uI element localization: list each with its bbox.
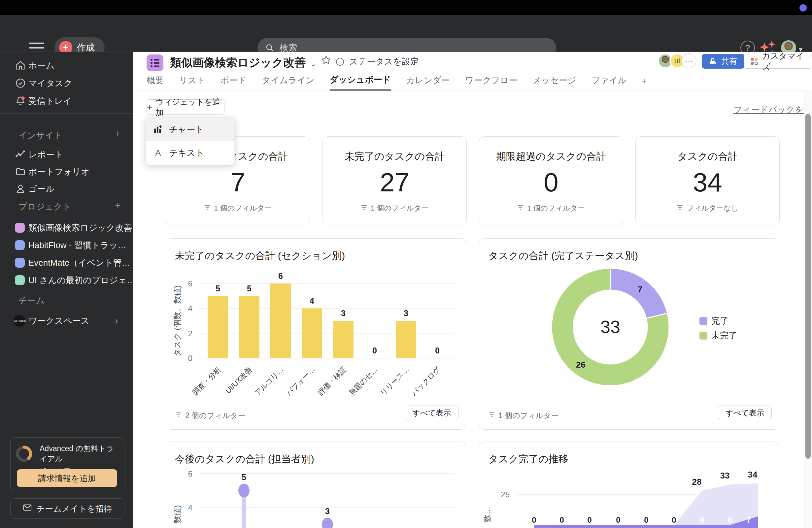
- sidebar-project-item[interactable]: 類似画像検索ロジック改善: [0, 219, 133, 237]
- add-widget-button[interactable]: + ウィジェットを追加: [147, 99, 224, 115]
- sidebar-item-my-tasks[interactable]: マイタスク: [0, 74, 133, 92]
- area-chart: 25000000280330347タスク (個数、数…: [479, 442, 780, 528]
- svg-text:バックログ: バックログ: [410, 365, 442, 398]
- workspace-logo: UI Pocket: [14, 315, 25, 327]
- project-color-swatch: [15, 223, 25, 233]
- sidebar-section-team[interactable]: チーム: [18, 293, 45, 307]
- svg-text:0: 0: [532, 515, 536, 524]
- filter-icon: [489, 411, 495, 420]
- tab-7[interactable]: メッセージ: [533, 75, 576, 90]
- feedback-link[interactable]: フィードバックを送る: [734, 104, 812, 116]
- sidebar-item-label: 受信トレイ: [28, 96, 72, 107]
- share-button[interactable]: 共有: [702, 54, 745, 69]
- tab-0[interactable]: 概要: [147, 75, 164, 90]
- tab-2[interactable]: ボード: [220, 75, 247, 90]
- chart-filter: 1 個のフィルター: [489, 411, 559, 421]
- sidebar-item-workspace[interactable]: UI Pocketワークスペース›: [0, 312, 133, 330]
- bar-chart-card: 未完了のタスクの合計 (セクション別)02465調査・分析5UI/UX改善6アル…: [166, 238, 466, 430]
- show-all-button[interactable]: すべて表示: [718, 406, 772, 420]
- svg-text:リリース…: リリース…: [379, 365, 411, 397]
- chart-filter: 2 個のフィルター: [175, 411, 246, 421]
- menu-item-text[interactable]: Aテキスト: [146, 141, 234, 165]
- kpi-card-filter: 1 個のフィルター: [166, 203, 309, 213]
- star-icon[interactable]: [321, 55, 331, 65]
- sidebar: ホームマイタスク受信トレイインサイト+レポートポートフォリオゴールプロジェクト+…: [0, 52, 133, 528]
- chevron-right-icon: ›: [115, 316, 118, 326]
- tab-6[interactable]: ワークフロー: [465, 75, 517, 90]
- folder-icon: [15, 166, 26, 177]
- svg-text:0: 0: [560, 515, 564, 524]
- svg-text:5: 5: [242, 472, 246, 482]
- project-color-swatch: [15, 275, 25, 285]
- text-icon: A: [153, 148, 163, 158]
- more-members-button[interactable]: ···: [682, 54, 696, 68]
- check-circle-icon: [15, 77, 26, 89]
- svg-text:4: 4: [188, 503, 192, 512]
- widget-menu: チャートAテキスト: [146, 117, 235, 165]
- menu-item-chart[interactable]: チャート: [146, 118, 234, 141]
- svg-text:0: 0: [700, 515, 704, 524]
- workspace-logo-text: UI Pocket: [14, 320, 26, 322]
- sidebar-section-projects-add-button[interactable]: +: [112, 200, 124, 211]
- svg-text:タスク (個数、数値): タスク (個数、数値): [173, 505, 182, 528]
- svg-text:完了: 完了: [711, 316, 728, 326]
- tab-add[interactable]: +: [642, 76, 647, 90]
- svg-text:4: 4: [188, 304, 192, 313]
- sidebar-item-label: ゴール: [28, 183, 55, 195]
- svg-text:5: 5: [216, 284, 220, 293]
- person-icon: [15, 183, 26, 194]
- tab-bar: 概要リストボードタイムラインダッシュボードカレンダーワークフローメッセージファイ…: [147, 76, 647, 90]
- sidebar-section-projects[interactable]: プロジェクト: [18, 200, 71, 214]
- sidebar-item-home[interactable]: ホーム: [0, 56, 133, 74]
- svg-text:5: 5: [247, 284, 251, 293]
- add-billing-button[interactable]: 請求情報を追加: [17, 469, 117, 487]
- set-status-button[interactable]: ステータスを設定: [336, 56, 419, 67]
- filter-icon: [361, 204, 367, 212]
- list-icon: [150, 58, 160, 68]
- svg-text:タスク (個数、数…: タスク (個数、数…: [482, 507, 492, 528]
- sidebar-item-portfolios[interactable]: ポートフォリオ: [0, 163, 133, 180]
- svg-text:26: 26: [576, 360, 585, 370]
- sidebar-project-item[interactable]: UI さんの最初のプロジェ…: [0, 271, 133, 289]
- sidebar-section-insights-add-button[interactable]: +: [112, 128, 124, 140]
- donut-chart: 72633完了未完了: [479, 239, 780, 430]
- svg-text:28: 28: [692, 477, 702, 487]
- customize-button[interactable]: カスタマイズ: [744, 54, 812, 69]
- system-top-strip: [0, 0, 812, 15]
- project-header: 類似画像検索ロジック改善 ⌄ ステータスを設定 ui ··· 共有 カスタマイズ…: [133, 52, 812, 90]
- tab-5[interactable]: カレンダー: [406, 75, 450, 90]
- kpi-card-filter: 1 個のフィルター: [323, 203, 466, 213]
- filter-label: 1 個のフィルター: [498, 411, 559, 421]
- lollipop-chart: 6453タスク (個数、数値): [166, 442, 466, 528]
- svg-text:0: 0: [587, 515, 592, 524]
- page-title[interactable]: 類似画像検索ロジック改善: [170, 55, 306, 70]
- tab-8[interactable]: ファイル: [592, 75, 626, 90]
- tab-4[interactable]: ダッシュボード: [330, 74, 391, 91]
- show-all-button[interactable]: すべて表示: [405, 406, 459, 420]
- svg-text:3: 3: [341, 309, 346, 318]
- svg-text:0: 0: [435, 346, 440, 355]
- kpi-card[interactable]: 未完了のタスクの合計271 個のフィルター: [322, 136, 467, 225]
- sidebar-section-insights[interactable]: インサイト: [18, 128, 62, 142]
- filter-icon: [204, 204, 211, 212]
- kpi-card-value: 7: [166, 167, 309, 198]
- tab-1[interactable]: リスト: [179, 75, 205, 90]
- sidebar-item-inbox[interactable]: 受信トレイ: [0, 92, 133, 110]
- tab-3[interactable]: タイムライン: [262, 75, 315, 90]
- kpi-card-value: 34: [636, 167, 779, 198]
- divider: [737, 55, 737, 68]
- scrollbar-thumb[interactable]: [806, 114, 811, 459]
- sidebar-item-reports[interactable]: レポート: [0, 146, 133, 163]
- filter-label: フィルターなし: [686, 203, 738, 213]
- svg-text:アルゴリ…: アルゴリ…: [253, 365, 285, 397]
- bar-chart: 02465調査・分析5UI/UX改善6アルゴリ…4パフォー…3評価・検証0無題の…: [166, 239, 466, 430]
- invite-teammates-button[interactable]: チームメイトを招待: [10, 498, 125, 519]
- lollipop-chart-card: 今後のタスクの合計 (担当者別)6453タスク (個数、数値): [166, 442, 466, 528]
- kpi-card[interactable]: タスクの合計34フィルターなし: [635, 136, 780, 225]
- chevron-down-icon[interactable]: ⌄: [310, 59, 317, 68]
- sidebar-project-item[interactable]: EventMate（イベント管…: [0, 254, 133, 272]
- sidebar-project-item[interactable]: HabitFlow - 習慣トラッ…: [0, 236, 133, 254]
- kpi-card[interactable]: 期限超過のタスクの合計01 個のフィルター: [479, 136, 623, 225]
- svg-text:6: 6: [188, 469, 192, 478]
- sidebar-item-goals[interactable]: ゴール: [0, 180, 133, 198]
